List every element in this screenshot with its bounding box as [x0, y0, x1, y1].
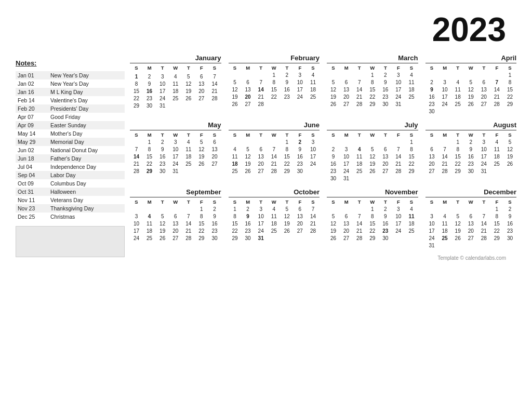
cal-day: 16: [464, 153, 477, 160]
cal-day: 8: [195, 213, 208, 220]
cal-day: 6: [195, 73, 208, 80]
day-header: W: [366, 64, 379, 71]
cal-day: [353, 205, 366, 213]
cal-day: 25: [307, 93, 320, 100]
cal-day: 28: [130, 167, 143, 175]
cal-day: [307, 234, 320, 242]
cal-day: 13: [464, 220, 477, 227]
cal-day: [438, 138, 451, 145]
cal-day: 2: [503, 205, 516, 213]
cal-day: [242, 138, 255, 145]
cal-day: 19: [451, 227, 464, 234]
cal-day: 3: [255, 205, 268, 213]
cal-day: 1: [490, 205, 503, 213]
notes-row: Apr 07Good Friday: [16, 113, 125, 121]
cal-day: 1: [268, 71, 281, 78]
cal-day: 2: [294, 138, 307, 145]
cal-week-row: 1234: [229, 71, 320, 78]
cal-day: 22: [229, 227, 242, 234]
cal-day: [182, 205, 195, 213]
day-header: T: [281, 198, 294, 205]
cal-day: [255, 71, 268, 78]
notes-row: Apr 09Easter Sunday: [16, 121, 125, 129]
cal-day: 21: [307, 220, 320, 227]
cal-day: 3: [307, 138, 320, 145]
cal-day: [229, 138, 242, 145]
cal-day: 22: [366, 93, 379, 100]
cal-day: 4: [307, 71, 320, 78]
cal-day: 5: [182, 73, 195, 80]
cal-table: SMTWTFS123456789101112131415161718192021…: [130, 198, 221, 242]
notes-row: Jan 01New Year's Day: [16, 71, 125, 79]
day-header: W: [268, 131, 281, 138]
day-header: T: [477, 131, 490, 138]
cal-day: 19: [156, 227, 169, 234]
cal-day: [464, 205, 477, 213]
cal-week-row: 18192021222324: [229, 160, 320, 167]
day-header: S: [405, 64, 418, 71]
cal-day: 4: [229, 145, 242, 153]
month-block: MarchSMTWTFS1234567891011121314151617181…: [327, 54, 418, 115]
cal-day: 10: [392, 78, 405, 86]
cal-day: 21: [182, 227, 195, 234]
cal-day: 31: [477, 167, 490, 175]
note-name: Good Friday: [48, 113, 125, 121]
cal-day: 23: [242, 227, 255, 234]
cal-day: 1: [281, 138, 294, 145]
cal-day: 12: [327, 86, 340, 93]
day-header: T: [379, 131, 392, 138]
cal-day: [327, 71, 340, 78]
cal-day: [405, 234, 418, 242]
cal-day: [169, 205, 182, 213]
cal-day: 3: [425, 213, 438, 220]
cal-day: 8: [281, 145, 294, 153]
day-header: S: [208, 131, 221, 138]
day-header: T: [156, 131, 169, 138]
cal-day: 22: [143, 160, 156, 167]
cal-day: 3: [340, 145, 353, 153]
cal-day: 16: [208, 220, 221, 227]
day-header: T: [255, 198, 268, 205]
cal-day: 20: [255, 160, 268, 167]
cal-day: 10: [294, 78, 307, 86]
cal-day: 4: [490, 138, 503, 145]
cal-day: 27: [169, 234, 182, 242]
cal-day: 24: [340, 167, 353, 175]
cal-day: 9: [379, 78, 392, 86]
day-header: T: [451, 198, 464, 205]
cal-day: 7: [268, 145, 281, 153]
cal-day: 12: [182, 80, 195, 87]
cal-day: 7: [208, 73, 221, 80]
cal-day: [464, 71, 477, 78]
day-header: M: [438, 198, 451, 205]
cal-day: 16: [379, 220, 392, 227]
cal-day: 18: [143, 227, 156, 234]
cal-day: 29: [503, 100, 516, 108]
month-name: January: [130, 54, 221, 63]
cal-week-row: 17181920212223: [425, 227, 517, 234]
note-date: Dec 25: [16, 213, 48, 221]
cal-day: 12: [451, 220, 464, 227]
notes-row: Feb 20Presidents' Day: [16, 104, 125, 113]
footer: Template © calendarlabs.com: [130, 255, 516, 261]
cal-day: 30: [327, 175, 340, 182]
cal-day: 8: [490, 213, 503, 220]
cal-day: [169, 102, 182, 109]
cal-day: 15: [281, 153, 294, 160]
cal-day: [503, 108, 516, 115]
note-date: Nov 11: [16, 196, 48, 204]
cal-day: 15: [405, 153, 418, 160]
note-name: Veterans Day: [48, 196, 125, 204]
cal-day: 17: [130, 227, 143, 234]
day-header: T: [451, 64, 464, 71]
cal-day: 17: [392, 220, 405, 227]
cal-day: 11: [307, 78, 320, 86]
cal-day: 9: [379, 213, 392, 220]
cal-day: 1: [451, 138, 464, 145]
cal-day: 31: [169, 167, 182, 175]
cal-day: 27: [255, 167, 268, 175]
cal-day: 17: [294, 86, 307, 93]
month-name: November: [327, 188, 418, 197]
cal-day: 6: [208, 138, 221, 145]
cal-day: 7: [255, 78, 268, 86]
